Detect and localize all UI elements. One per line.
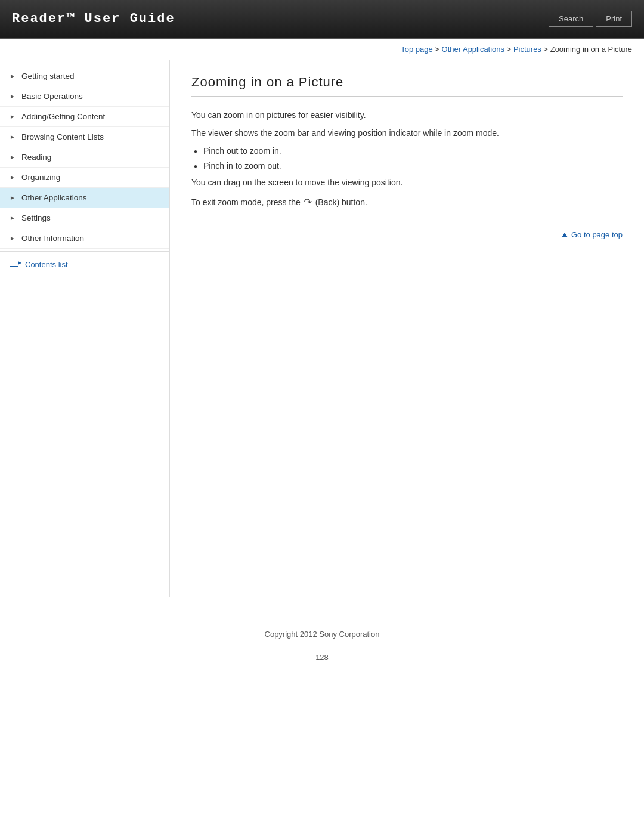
sidebar-item-browsing-content-lists[interactable]: ► Browsing Content Lists <box>0 127 169 147</box>
copyright-text: Copyright 2012 Sony Corporation <box>0 621 644 647</box>
breadcrumb-sep1: > <box>433 45 442 54</box>
chevron-right-icon: ► <box>10 73 17 80</box>
contents-list-link[interactable]: Contents list <box>10 260 160 269</box>
sidebar-item-basic-operations[interactable]: ► Basic Operations <box>0 86 169 107</box>
header-buttons: Search Print <box>549 11 632 27</box>
bullet-list: Pinch out to zoom in. Pinch in to zoom o… <box>191 144 623 174</box>
breadcrumb-sep3: > <box>541 45 550 54</box>
sidebar-item-label: Basic Operations <box>21 92 83 101</box>
app-title: Reader™ User Guide <box>12 11 175 26</box>
breadcrumb: Top page > Other Applications > Pictures… <box>0 39 644 60</box>
go-to-top-link[interactable]: Go to page top <box>562 230 623 239</box>
para4-suffix: (Back) button. <box>313 197 367 207</box>
arrow-right-icon <box>10 262 21 268</box>
sidebar: ► Getting started ► Basic Operations ► A… <box>0 60 170 597</box>
paragraph-1: You can zoom in on pictures for easier v… <box>191 109 623 123</box>
chevron-right-icon: ► <box>10 154 17 161</box>
search-button[interactable]: Search <box>549 11 593 27</box>
chevron-right-icon: ► <box>10 215 17 222</box>
go-to-top-container: Go to page top <box>191 224 623 239</box>
contents-list-label: Contents list <box>25 260 68 269</box>
chevron-right-icon: ► <box>10 134 17 141</box>
breadcrumb-pictures-link[interactable]: Pictures <box>513 45 541 54</box>
para4-prefix: To exit zoom mode, press the <box>191 197 303 207</box>
breadcrumb-top-link[interactable]: Top page <box>401 45 433 54</box>
sidebar-item-label: Other Information <box>21 234 84 243</box>
breadcrumb-current: Zooming in on a Picture <box>550 45 632 54</box>
go-to-top-label: Go to page top <box>571 230 623 239</box>
chevron-right-icon: ► <box>10 194 17 202</box>
sidebar-item-label: Other Applications <box>21 193 87 202</box>
chevron-right-icon: ► <box>10 113 17 120</box>
bullet-item-2: Pinch in to zoom out. <box>191 159 623 174</box>
breadcrumb-sep2: > <box>504 45 513 54</box>
sidebar-item-reading[interactable]: ► Reading <box>0 147 169 168</box>
sidebar-item-label: Adding/Getting Content <box>21 112 105 121</box>
page-number: 128 <box>0 647 644 668</box>
breadcrumb-other-apps-link[interactable]: Other Applications <box>442 45 505 54</box>
chevron-right-icon: ► <box>10 174 17 181</box>
page-footer: Copyright 2012 Sony Corporation 128 <box>0 621 644 668</box>
main-content: Zooming in on a Picture You can zoom in … <box>170 60 644 597</box>
sidebar-item-other-applications[interactable]: ► Other Applications <box>0 188 169 208</box>
paragraph-3: You can drag on the screen to move the v… <box>191 176 623 190</box>
triangle-up-icon <box>562 233 568 237</box>
paragraph-2: The viewer shows the zoom bar and viewin… <box>191 126 623 141</box>
sidebar-item-label: Browsing Content Lists <box>21 132 104 141</box>
sidebar-item-label: Organizing <box>21 173 60 182</box>
sidebar-item-organizing[interactable]: ► Organizing <box>0 168 169 188</box>
main-layout: ► Getting started ► Basic Operations ► A… <box>0 60 644 597</box>
sidebar-item-other-information[interactable]: ► Other Information <box>0 228 169 249</box>
sidebar-item-getting-started[interactable]: ► Getting started <box>0 66 169 86</box>
chevron-right-icon: ► <box>10 93 17 100</box>
print-button[interactable]: Print <box>596 11 632 27</box>
sidebar-item-label: Settings <box>21 213 51 222</box>
bullet-item-1: Pinch out to zoom in. <box>191 144 623 159</box>
content-body: You can zoom in on pictures for easier v… <box>191 109 623 210</box>
page-header: Reader™ User Guide Search Print <box>0 0 644 39</box>
sidebar-item-label: Reading <box>21 153 51 162</box>
copyright: Copyright 2012 Sony Corporation <box>265 630 380 639</box>
sidebar-item-settings[interactable]: ► Settings <box>0 208 169 228</box>
paragraph-4: To exit zoom mode, press the ↶ (Back) bu… <box>191 194 623 210</box>
sidebar-item-label: Getting started <box>21 72 75 80</box>
sidebar-item-adding-getting-content[interactable]: ► Adding/Getting Content <box>0 107 169 127</box>
sidebar-footer: Contents list <box>0 251 169 277</box>
back-button-icon: ↶ <box>304 194 312 210</box>
page-title: Zooming in on a Picture <box>191 75 623 97</box>
chevron-right-icon: ► <box>10 235 17 242</box>
